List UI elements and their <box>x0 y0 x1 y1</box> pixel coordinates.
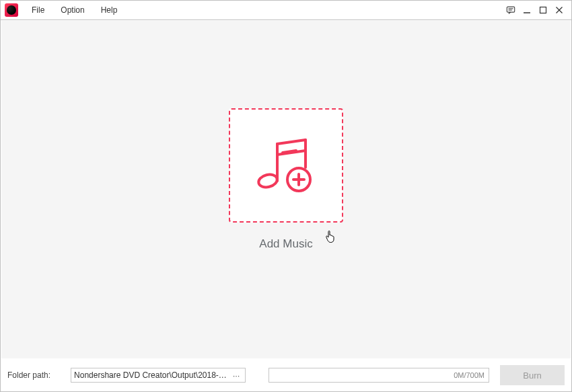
add-music-dropzone[interactable] <box>229 108 343 223</box>
music-add-icon <box>249 128 323 202</box>
folder-path-label: Folder path: <box>7 370 50 380</box>
menu-option[interactable]: Option <box>52 3 92 17</box>
svg-point-8 <box>257 173 279 189</box>
add-music-label: Add Music <box>259 237 312 251</box>
capacity-text: 0M/700M <box>454 371 485 379</box>
capacity-bar: 0M/700M <box>269 368 489 383</box>
browse-folder-button[interactable]: ··· <box>230 370 242 381</box>
close-button[interactable] <box>551 2 567 18</box>
title-bar: File Option Help <box>1 1 571 20</box>
feedback-icon[interactable] <box>503 2 519 18</box>
maximize-button[interactable] <box>535 2 551 18</box>
hand-cursor-icon <box>324 230 336 243</box>
main-area: Add Music <box>1 21 571 358</box>
menu-file[interactable]: File <box>24 3 52 17</box>
menu-help[interactable]: Help <box>93 3 126 17</box>
app-icon <box>5 3 18 17</box>
svg-rect-0 <box>507 7 514 12</box>
footer-bar: Folder path: ··· 0M/700M Burn <box>1 359 571 391</box>
burn-button[interactable]: Burn <box>500 365 565 385</box>
minimize-button[interactable] <box>519 2 535 18</box>
folder-path-input-wrap: ··· <box>71 368 246 383</box>
svg-rect-4 <box>540 7 546 13</box>
folder-path-input[interactable] <box>74 370 230 380</box>
